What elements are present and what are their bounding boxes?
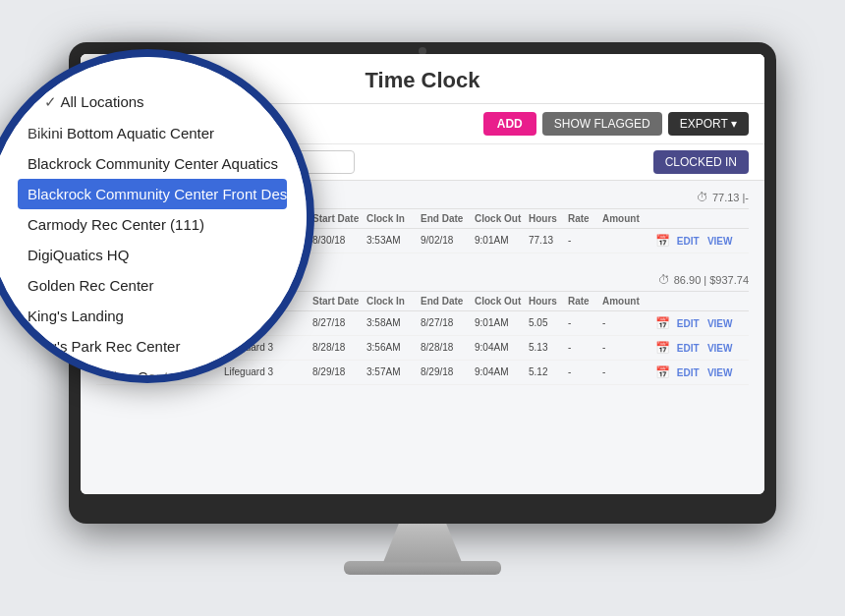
add-button[interactable]: ADD (483, 112, 536, 136)
clocked-in-button[interactable]: CLOCKED IN (653, 150, 749, 174)
dropdown-item[interactable]: ✓ All Locations (18, 86, 287, 118)
calendar-icon-row[interactable]: 📅 (655, 316, 670, 330)
export-button[interactable]: EXPORT ▾ (668, 112, 749, 136)
dropdown-item[interactable]: Golden Rec Center (18, 270, 287, 301)
dropdown-item[interactable]: Blackrock Community Center Aquatics (18, 148, 287, 179)
view-link[interactable]: VIEW (707, 236, 733, 247)
dropdown-item[interactable]: Bikini Bottom Aquatic Center (18, 118, 287, 148)
edit-link[interactable]: EDIT (677, 343, 700, 354)
calendar-icon-row[interactable]: 📅 (655, 341, 670, 355)
monitor-wrapper: ✓ All LocationsBikini Bottom Aquatic Cen… (0, 0, 845, 616)
section2-hours: ⏱ 86.90 | $937.74 (658, 273, 749, 287)
edit-link[interactable]: EDIT (677, 236, 700, 247)
dropdown-item[interactable]: Blackrock Community Center Front Desk (18, 179, 287, 209)
edit-link[interactable]: EDIT (677, 367, 700, 378)
dropdown-item[interactable]: King's Landing (18, 301, 287, 331)
show-flagged-button[interactable]: SHOW FLAGGED (542, 112, 662, 136)
location-dropdown-list[interactable]: ✓ All LocationsBikini Bottom Aquatic Cen… (18, 86, 287, 375)
toolbar-right: ADD SHOW FLAGGED EXPORT ▾ (483, 112, 749, 136)
calendar-icon-row[interactable]: 📅 (655, 365, 670, 379)
section1-hours: ⏱ 77.13 |- (697, 191, 749, 204)
clock-icon2: ⏱ (658, 273, 670, 287)
clock-icon1: ⏱ (697, 191, 708, 204)
calendar-small-icon[interactable]: 📅 (655, 234, 670, 248)
edit-link[interactable]: EDIT (677, 318, 700, 329)
view-link[interactable]: VIEW (707, 318, 733, 329)
dropdown-item[interactable]: DigiQuatics HQ (18, 240, 287, 270)
monitor-base (344, 561, 501, 575)
monitor-stand (383, 524, 462, 563)
view-link[interactable]: VIEW (707, 343, 733, 354)
view-link[interactable]: VIEW (707, 367, 733, 378)
dropdown-item[interactable]: Carmody Rec Center (111) (18, 209, 287, 240)
